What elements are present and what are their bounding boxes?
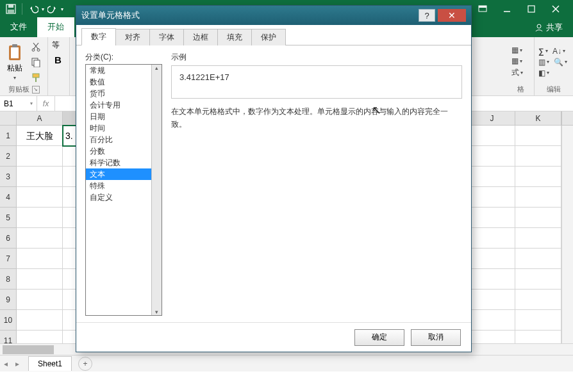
delete-partial-icon[interactable]: ▦▾ [511, 56, 523, 65]
cell[interactable] [17, 228, 63, 249]
clipboard-launcher-icon[interactable]: ↘ [32, 86, 40, 94]
cell[interactable] [515, 290, 561, 310]
ok-button[interactable]: 确定 [354, 329, 404, 346]
category-item[interactable]: 自定义 [86, 192, 162, 203]
cell[interactable] [469, 126, 515, 146]
dialog-tab[interactable]: 保护 [251, 29, 286, 45]
cell[interactable] [17, 269, 63, 290]
row-header[interactable]: 6 [0, 228, 17, 249]
cell[interactable] [469, 208, 515, 228]
sheet-tab[interactable]: Sheet1 [28, 356, 72, 371]
cell[interactable] [515, 249, 561, 269]
category-item[interactable]: 数值 [86, 76, 162, 88]
cell[interactable] [515, 269, 561, 290]
select-all-corner[interactable] [0, 111, 17, 125]
cell[interactable] [17, 208, 63, 228]
sheet-nav-prev-icon[interactable]: ◂ [0, 359, 12, 368]
ribbon-options-icon[interactable] [474, 2, 491, 16]
category-item[interactable]: 会计专用 [86, 99, 162, 111]
category-item[interactable]: 文本 [86, 168, 162, 180]
maximize-icon[interactable] [523, 2, 540, 16]
undo-icon[interactable] [26, 2, 40, 16]
dialog-titlebar[interactable]: 设置单元格格式 ? ✕ [76, 6, 471, 25]
cell[interactable] [17, 290, 63, 310]
category-item[interactable]: 日期 [86, 111, 162, 122]
paste-dropdown-icon[interactable]: ▾ [13, 75, 16, 81]
sort-filter-icon[interactable]: A↓ [552, 47, 561, 56]
cell[interactable] [469, 249, 515, 269]
chevron-down-icon[interactable]: ▾ [30, 101, 33, 106]
undo-dropdown-icon[interactable]: ▾ [42, 6, 44, 12]
row-header[interactable]: 2 [0, 146, 17, 167]
cell[interactable] [515, 228, 561, 249]
paste-button[interactable]: 粘贴 ▾ [4, 42, 26, 82]
row-header[interactable]: 4 [0, 187, 17, 208]
find-icon[interactable]: 🔍 [554, 58, 563, 67]
insert-partial-icon[interactable]: ▦▾ [511, 45, 523, 54]
format-partial-icon[interactable]: 式▾ [511, 67, 523, 78]
cell[interactable] [17, 310, 63, 331]
row-header[interactable]: 9 [0, 290, 17, 310]
tab-file[interactable]: 文件 [0, 17, 37, 37]
sheet-nav-next-icon[interactable]: ▸ [12, 359, 23, 368]
font-name-partial[interactable]: 等 [52, 40, 60, 51]
dialog-help-button[interactable]: ? [419, 9, 435, 22]
clear-icon[interactable]: ◧ [538, 69, 545, 78]
dialog-tab[interactable]: 填充 [217, 29, 252, 45]
category-listbox[interactable]: 常规数值货币会计专用日期时间百分比分数科学记数文本特殊自定义 [85, 64, 162, 316]
cell[interactable] [469, 167, 515, 187]
category-item[interactable]: 科学记数 [86, 157, 162, 168]
format-painter-icon[interactable] [28, 70, 44, 85]
cell[interactable] [469, 290, 515, 310]
share-button[interactable]: 共享 [524, 22, 573, 37]
row-header[interactable]: 3 [0, 167, 17, 187]
col-header-K[interactable]: K [515, 111, 561, 125]
row-header[interactable]: 5 [0, 208, 17, 228]
minimize-icon[interactable] [499, 2, 515, 16]
row-header[interactable]: 1 [0, 126, 17, 146]
cell[interactable] [515, 167, 561, 187]
dialog-tab[interactable]: 对齐 [115, 29, 150, 45]
dialog-close-button[interactable]: ✕ [438, 9, 466, 22]
dialog-tab[interactable]: 边框 [183, 29, 218, 45]
copy-icon[interactable] [28, 55, 44, 69]
category-item[interactable]: 分数 [86, 145, 162, 157]
category-item[interactable]: 常规 [86, 65, 162, 76]
fx-icon[interactable]: fx [37, 96, 55, 111]
row-header[interactable]: 8 [0, 269, 17, 290]
category-item[interactable]: 货币 [86, 88, 162, 99]
cell[interactable] [17, 146, 63, 167]
cell[interactable] [515, 208, 561, 228]
cell[interactable] [469, 187, 515, 208]
cell[interactable] [469, 228, 515, 249]
cell[interactable] [515, 146, 561, 167]
cell[interactable]: 王大脸 [17, 126, 63, 146]
row-header[interactable]: 10 [0, 310, 17, 331]
col-header-J[interactable]: J [469, 111, 515, 125]
row-header[interactable]: 7 [0, 249, 17, 269]
bold-button[interactable]: B [52, 54, 64, 65]
col-header-A[interactable]: A [17, 111, 63, 125]
add-sheet-icon[interactable]: + [78, 357, 92, 371]
cell[interactable] [469, 269, 515, 290]
listbox-scrollbar[interactable] [151, 65, 162, 315]
redo-icon[interactable] [46, 2, 60, 16]
cell[interactable] [469, 146, 515, 167]
cut-icon[interactable] [28, 40, 44, 54]
name-box[interactable]: B1 ▾ [0, 96, 37, 111]
tab-home[interactable]: 开始 [37, 17, 74, 37]
category-item[interactable]: 时间 [86, 122, 162, 134]
cell[interactable] [17, 187, 63, 208]
cell[interactable] [515, 126, 561, 146]
dialog-tab[interactable]: 数字 [81, 28, 116, 45]
category-item[interactable]: 特殊 [86, 180, 162, 192]
cell[interactable] [515, 187, 561, 208]
redo-dropdown-icon[interactable]: ▾ [61, 6, 63, 12]
cell[interactable] [17, 167, 63, 187]
cell[interactable] [515, 310, 561, 331]
autosum-icon[interactable]: ∑ [538, 47, 544, 56]
category-item[interactable]: 百分比 [86, 134, 162, 145]
close-icon[interactable] [547, 2, 564, 16]
save-icon[interactable] [4, 2, 18, 16]
fill-icon[interactable]: ▥ [538, 58, 545, 67]
